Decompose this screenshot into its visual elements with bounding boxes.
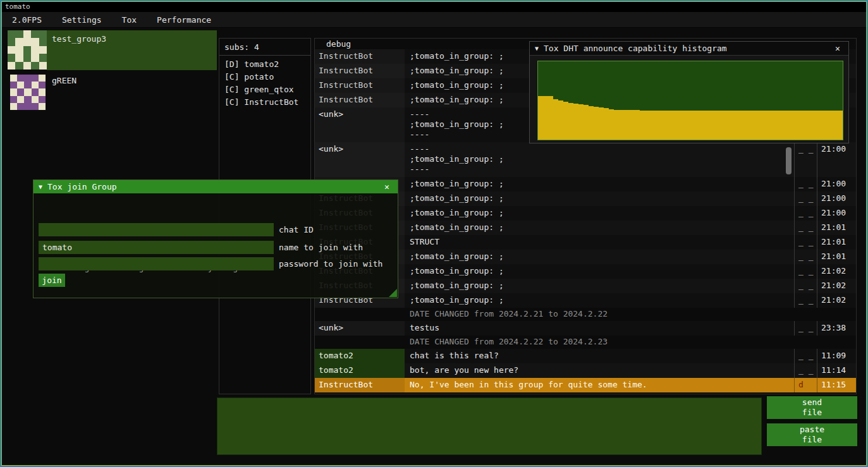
chat-message: ;tomato_in_group: ; <box>405 293 794 308</box>
histogram-plot <box>537 61 843 140</box>
chat-timestamp: 21:02 <box>817 264 856 279</box>
group-avatar-icon <box>8 30 47 70</box>
join-name-label: name to join with <box>279 243 363 252</box>
chat-sender: <unk> <box>315 321 405 336</box>
chat-sender: <unk> <box>315 107 405 142</box>
chat-scrollbar-thumb[interactable] <box>786 147 792 174</box>
menu-performance[interactable]: Performance <box>151 13 217 27</box>
chat-message: ;tomato_in_group: ; <box>405 250 794 264</box>
chat-row[interactable]: tomato2bot, are you new here?_ _11:14 <box>315 363 856 378</box>
chat-row[interactable]: InstructBotNo, I've been in this group f… <box>315 378 856 392</box>
chat-timestamp: 21:00 <box>817 177 856 191</box>
chat-sender: InstructBot <box>315 93 405 107</box>
chat-row[interactable]: <unk>testus_ _23:38 <box>315 321 856 336</box>
histogram-bar <box>548 96 553 140</box>
chat-flags: _ _ <box>794 142 817 177</box>
join-password-input[interactable] <box>39 257 274 270</box>
histogram-bar <box>726 111 731 140</box>
chat-timestamp: 21:00 <box>817 191 856 206</box>
histogram-bar <box>711 111 716 140</box>
group-row-gREEN[interactable]: gREEN <box>1 73 217 111</box>
histogram-bar <box>797 111 802 140</box>
chat-message: ;tomato_in_group: ; <box>405 264 794 279</box>
histogram-bar <box>655 111 660 140</box>
histogram-bar <box>675 111 680 140</box>
chat-id-label: chat ID <box>279 225 314 234</box>
histogram-bar <box>695 111 700 140</box>
histogram-bar <box>771 111 776 140</box>
date-changed-text: DATE CHANGED from 2024.2.22 to 2024.2.23 <box>410 337 608 346</box>
group-row-test_group3[interactable]: test_group3 <box>1 30 217 70</box>
menu-settings[interactable]: Settings <box>56 13 107 27</box>
histogram-window-titlebar[interactable]: ▼ Tox DHT announce capability histogram … <box>530 42 848 56</box>
menu-bar: 2.0FPS Settings Tox Performance <box>1 12 867 28</box>
histogram-bar <box>812 111 817 140</box>
histogram-bar <box>822 111 828 140</box>
chat-flags: _ _ <box>794 321 817 336</box>
chat-id-input[interactable] <box>39 223 274 236</box>
chat-flags: _ _ <box>794 279 817 293</box>
join-dialog-titlebar[interactable]: ▼ Tox join Group ✕ <box>34 180 398 193</box>
histogram-bar <box>599 107 604 140</box>
group-avatar-icon <box>10 75 46 110</box>
histogram-bar <box>620 110 625 140</box>
chat-sender: <unk> <box>315 142 405 177</box>
chat-message: ;tomato_in_group: ; <box>405 279 794 293</box>
histogram-bar <box>716 111 721 140</box>
collapse-arrow-icon[interactable]: ▼ <box>39 183 42 190</box>
chat-message: No, I've been in this group for quite so… <box>405 378 794 392</box>
histogram-bar <box>690 111 695 140</box>
collapse-arrow-icon[interactable]: ▼ <box>535 45 539 52</box>
window-titlebar[interactable]: tomato <box>1 1 867 12</box>
histogram-bar <box>746 111 751 140</box>
histogram-bar <box>700 111 706 140</box>
members-list: [D] tomato2 [C] potato [C] green_qtox [C… <box>219 58 310 109</box>
histogram-bar <box>828 111 833 140</box>
chat-sender: tomato2 <box>315 349 405 363</box>
chat-flags: _ _ <box>794 221 817 235</box>
histogram-bar <box>558 100 563 140</box>
histogram-bar <box>782 111 787 140</box>
date-changed-text: DATE CHANGED from 2024.2.21 to 2024.2.22 <box>410 309 608 318</box>
chat-sender: InstructBot <box>315 49 405 64</box>
chat-row[interactable]: tomato2chat is this real?_ _11:09 <box>315 349 856 363</box>
chat-flags: _ _ <box>794 177 817 191</box>
histogram-bar <box>838 111 843 140</box>
member-item[interactable]: [C] potato <box>219 71 310 83</box>
histogram-window-title: Tox DHT announce capability histogram <box>544 44 832 53</box>
message-input[interactable] <box>217 397 762 455</box>
histogram-bar <box>630 110 635 140</box>
chat-flags: _ _ <box>794 363 817 378</box>
chat-message: ;tomato_in_group: ; <box>405 191 794 206</box>
join-name-input[interactable] <box>39 241 274 254</box>
send-file-label-line2: file <box>802 408 822 418</box>
histogram-bar <box>614 110 619 140</box>
histogram-bar <box>640 111 645 140</box>
histogram-bar <box>650 111 655 140</box>
histogram-bar <box>706 111 711 140</box>
member-item[interactable]: [C] InstructBot <box>219 96 310 109</box>
member-item[interactable]: [C] green_qtox <box>219 83 310 96</box>
window-title: tomato <box>5 3 30 11</box>
histogram-bar <box>731 111 736 140</box>
join-button-label: join <box>42 276 61 285</box>
join-password-label: password to join with <box>279 259 382 269</box>
histogram-bar <box>568 103 573 140</box>
histogram-bar <box>670 111 675 140</box>
paste-file-label-line1: paste <box>800 425 824 435</box>
histogram-bar <box>563 102 568 140</box>
close-icon[interactable]: ✕ <box>832 44 843 53</box>
chat-row[interactable]: <unk>----;tomato_in_group: ;----_ _21:00 <box>315 142 856 177</box>
menu-tox[interactable]: Tox <box>116 13 142 27</box>
close-icon[interactable]: ✕ <box>381 182 393 191</box>
histogram-bar <box>589 106 594 140</box>
members-header: subs: 4 <box>219 39 310 54</box>
join-button[interactable]: join <box>39 274 65 287</box>
chat-message: STRUCT <box>405 235 794 250</box>
member-item[interactable]: [D] tomato2 <box>219 58 310 71</box>
chat-flags: d <box>794 378 817 392</box>
resize-grip[interactable] <box>389 289 397 297</box>
chat-sender: InstructBot <box>315 378 405 392</box>
paste-file-button[interactable]: paste file <box>767 423 857 446</box>
send-file-button[interactable]: send file <box>767 396 857 419</box>
